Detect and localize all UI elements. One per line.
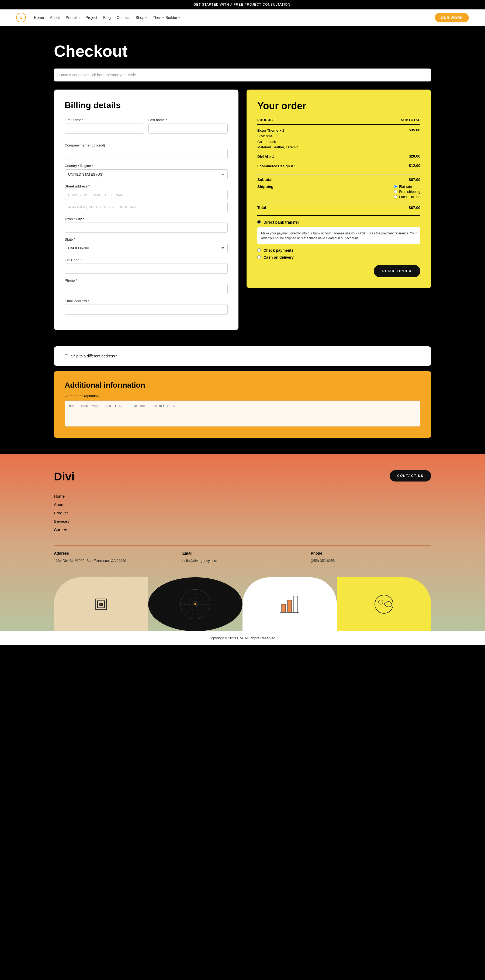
- shipping-free[interactable]: Free shipping: [394, 189, 420, 194]
- product-info-0: Extra Theme × 1 Size: small Color: black…: [257, 128, 298, 150]
- art-cell-2: [148, 577, 242, 631]
- shipping-flat-rate[interactable]: Flat rate: [394, 185, 420, 189]
- nav-contact[interactable]: Contact: [117, 15, 130, 20]
- shipping-free-radio[interactable]: [394, 190, 398, 193]
- nav-shop[interactable]: Shop▾: [136, 15, 147, 20]
- ship-different-label[interactable]: Ship to a different address?: [65, 354, 420, 358]
- shipping-flat-rate-radio[interactable]: [394, 185, 398, 188]
- theme-builder-dropdown-icon: ▾: [178, 16, 180, 19]
- banner-text: GET STARTED WITH A FREE PROJECT CONSULTA…: [193, 3, 292, 6]
- shipping-label: Shipping: [257, 185, 274, 199]
- phone-value: (255) 352-6258: [311, 558, 431, 564]
- order-total-row: Total $67.00: [257, 205, 420, 210]
- svg-rect-11: [293, 596, 298, 612]
- state-label: State *: [65, 237, 228, 242]
- footer-email-col: Email hello@diviagency.com: [182, 551, 303, 564]
- company-name-label: Company name (optional): [65, 143, 228, 147]
- order-table-header: PRODUCT SUBTOTAL: [257, 118, 420, 125]
- nav-logo[interactable]: D: [16, 13, 26, 22]
- footer: Divi CONTACT US Home About Product Servi…: [0, 454, 485, 631]
- state-group: State * CALIFORNIA: [65, 237, 228, 253]
- footer-nav-about[interactable]: About: [54, 502, 431, 507]
- state-select[interactable]: CALIFORNIA: [65, 243, 228, 253]
- contact-us-button[interactable]: CONTACT US: [390, 470, 431, 482]
- first-name-input[interactable]: [65, 124, 144, 134]
- art-cell-4: [337, 577, 431, 631]
- company-name-group: Company name (optional): [65, 143, 228, 159]
- payment-cod-radio[interactable]: [257, 255, 261, 259]
- top-banner: GET STARTED WITH A FREE PROJECT CONSULTA…: [0, 0, 485, 10]
- navbar: D Home About Portfolio Project Blog Cont…: [0, 10, 485, 25]
- payment-option-direct-bank: Direct bank transfer: [257, 220, 420, 224]
- ship-different-checkbox[interactable]: [65, 355, 68, 358]
- order-notes-textarea[interactable]: [65, 400, 420, 427]
- country-select[interactable]: UNITED STATES (US): [65, 169, 228, 180]
- art-cell-3: [242, 577, 337, 631]
- address-value: 1234 Divi St. #1000, San Francisco, CA 9…: [54, 558, 174, 564]
- last-name-input[interactable]: [149, 124, 228, 134]
- additional-info-title: Additional information: [65, 381, 420, 390]
- shipping-local-radio[interactable]: [394, 195, 398, 199]
- svg-rect-2: [100, 603, 103, 606]
- footer-nav-product[interactable]: Product: [54, 511, 431, 515]
- product-detail-size: Size: small: [257, 134, 274, 138]
- nav-theme-builder[interactable]: Theme Builder▾: [153, 15, 180, 20]
- svg-rect-10: [287, 600, 292, 612]
- svg-rect-9: [282, 604, 285, 612]
- footer-logo: Divi: [54, 470, 74, 483]
- art-icon-1: [92, 595, 111, 614]
- town-city-input[interactable]: [65, 223, 228, 232]
- shipping-local-pickup[interactable]: Local pickup: [394, 195, 420, 199]
- coupon-text: Have a coupon? Click here to enter your …: [59, 73, 136, 77]
- order-card: Your order PRODUCT SUBTOTAL Extra Theme …: [247, 89, 431, 288]
- product-info-2: Ecommerce Design × 1: [257, 164, 296, 169]
- checkout-grid: Billing details First name * Last name *…: [0, 89, 485, 346]
- subtotal-header: SUBTOTAL: [401, 118, 420, 122]
- order-item-1: Divi AI × 1 $20.00: [257, 154, 420, 160]
- zip-code-input[interactable]: [65, 264, 228, 274]
- nav-portfolio[interactable]: Portfolio: [66, 15, 79, 20]
- art-icon-2: [179, 588, 211, 620]
- nav-project[interactable]: Project: [86, 15, 97, 20]
- town-city-label: Town / City *: [65, 217, 228, 221]
- payment-direct-bank-radio[interactable]: [257, 220, 261, 224]
- payment-option-cod: Cash on delivery: [257, 255, 420, 259]
- nav-home[interactable]: Home: [34, 15, 44, 20]
- footer-nav-home[interactable]: Home: [54, 494, 431, 498]
- payment-check-radio[interactable]: [257, 248, 261, 252]
- copyright-text: Copyright © 2023 Divi. All Rights Reserv…: [209, 636, 276, 640]
- product-price-2: $12.00: [409, 164, 420, 168]
- subtotal-label: Subtotal: [257, 178, 273, 182]
- first-name-label: First name *: [65, 118, 144, 122]
- bank-transfer-info: Make your payment directly into our bank…: [257, 227, 420, 244]
- country-group: Country / Region * UNITED STATES (US): [65, 164, 228, 180]
- product-price-1: $20.00: [409, 154, 420, 158]
- footer-address-col: Address 1234 Divi St. #1000, San Francis…: [54, 551, 174, 564]
- footer-nav-services[interactable]: Services: [54, 519, 431, 523]
- shipping-row: Shipping Flat rate Free shipping Local p…: [257, 185, 420, 199]
- product-info-1: Divi AI × 1: [257, 154, 274, 160]
- svg-point-14: [379, 600, 383, 604]
- our-work-button[interactable]: OUR WORK: [435, 13, 469, 22]
- payment-option-check: Check payments: [257, 248, 420, 253]
- page-title: Checkout: [54, 42, 431, 60]
- place-order-button[interactable]: PLACE ORDER: [374, 265, 420, 277]
- email-input[interactable]: [65, 305, 228, 315]
- nav-about[interactable]: About: [50, 15, 60, 20]
- art-icon-3: [279, 593, 300, 615]
- phone-input[interactable]: [65, 284, 228, 294]
- last-name-group: Last name *: [149, 118, 228, 134]
- additional-info-card: Additional information Order notes (opti…: [54, 371, 431, 438]
- coupon-bar[interactable]: Have a coupon? Click here to enter your …: [54, 68, 431, 81]
- company-name-input[interactable]: [65, 149, 228, 159]
- zip-code-group: ZIP Code *: [65, 258, 228, 274]
- street-address-input-1[interactable]: [65, 190, 228, 200]
- footer-top: Divi CONTACT US: [54, 470, 431, 483]
- phone-heading: Phone: [311, 551, 431, 555]
- footer-nav-careers[interactable]: Careers: [54, 527, 431, 532]
- product-price-0: $35.00: [409, 128, 420, 132]
- nav-blog[interactable]: Blog: [103, 15, 111, 20]
- subtotal-value: $67.00: [409, 178, 420, 182]
- product-name-1: Divi AI × 1: [257, 154, 274, 159]
- street-address-input-2[interactable]: [65, 202, 228, 212]
